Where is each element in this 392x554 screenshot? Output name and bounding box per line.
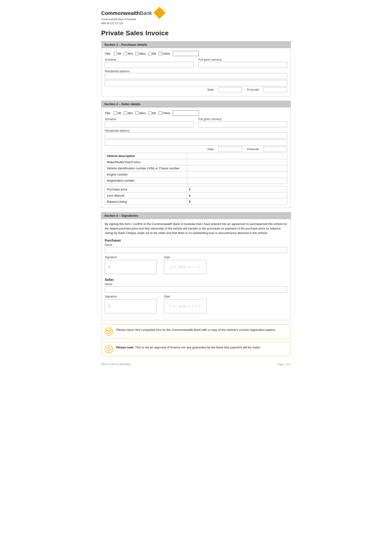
seller-sig-placeholder: X [107,303,111,309]
seller-sig-col: Signature X [105,295,157,313]
section1-postcode-input[interactable] [264,87,287,92]
section2-body: Title Mr Mrs Miss Ms Other [101,108,291,208]
vehicle-row-3: Registration number [105,178,287,184]
checkbox-miss-box-s2[interactable] [135,111,139,115]
section1-postcode-label: Postcode [247,88,259,91]
purchaser-date-box[interactable]: D D / M M / Y Y Y Y [164,260,207,274]
section2-state-label: State [207,148,214,151]
checkbox-mr-s1[interactable]: Mr [114,52,121,55]
section1-fullname-input[interactable] [198,62,287,68]
checkbox-mrs-label-s2: Mrs [128,111,133,115]
purchaser-sig-box[interactable]: X [105,260,157,274]
purchaser-name-label: Name [105,243,287,247]
price-label-0: Purchase price [105,187,187,193]
checkbox-ms-s2[interactable]: Ms [148,111,156,115]
vehicle-input-1[interactable] [187,165,287,172]
checkbox-mrs-box-s2[interactable] [124,111,127,115]
notice1-icon [105,328,113,336]
section1-address-input2[interactable] [105,80,287,86]
checkbox-ms-s1[interactable]: Ms [148,52,156,55]
bank-sub1: Commonwealth Bank of Australia [101,18,164,21]
section1-address-label: Residential address [105,70,130,73]
price-prefix-0: $ [189,187,190,191]
checkbox-mr-box-s2[interactable] [114,111,117,115]
section1-address-row: Residential address State Postcode [105,69,287,92]
checkbox-mr-s2[interactable]: Mr [114,111,121,115]
checkbox-ms-box-s2[interactable] [148,111,151,115]
seller-date-box[interactable]: D D / M M / Y Y Y Y [164,299,207,313]
vehicle-label-1: Vehicle Identification number (VIN) or C… [105,165,187,172]
purchaser-title: Purchaser [105,238,287,242]
vehicle-input-0[interactable] [187,159,287,165]
price-label-1: Less deposit [105,193,187,199]
purchaser-name-input[interactable] [105,247,287,253]
checkbox-other-label-s2: Other [163,111,170,115]
section1-sp-row: State Postcode [105,87,287,92]
section2-fullname-input[interactable] [198,121,287,127]
seller-block: Seller Name Signature X Date D D / M M /… [105,278,287,313]
checkbox-mrs-s1[interactable]: Mrs [124,52,133,55]
purchaser-sig-placeholder: X [107,264,111,270]
section2-address-input1[interactable] [105,132,287,138]
section2-postcode-input[interactable] [264,147,287,152]
checkbox-miss-s2[interactable]: Miss [135,111,146,115]
checkbox-miss-box-s1[interactable] [135,52,139,55]
price-value-1[interactable]: $ [187,193,287,199]
checkbox-other-box-s2[interactable] [159,111,162,115]
section2-surname-group: Surname [105,118,194,127]
checkbox-other-box-s1[interactable] [159,52,162,55]
section1-title-label: Title [105,52,111,55]
section1-surname-group: Surname [105,58,194,68]
vehicle-label-2: Engine number [105,172,187,178]
purchaser-date-label: Date [164,256,207,259]
notice2-text: Please note: This is not an approval of … [116,345,261,350]
section2-title-row: Title Mr Mrs Miss Ms Other [105,110,287,116]
checkbox-mr-label-s1: Mr [118,52,121,55]
checkbox-other-label-s1: Other [163,52,170,55]
vehicle-header-row: Vehicle description [105,153,287,159]
section1-address-input1[interactable] [105,73,287,79]
section1-header: Section 1 – Purchaser details [101,42,291,48]
seller-name-label: Name [105,283,287,286]
checkbox-mrs-s2[interactable]: Mrs [124,111,133,115]
checkbox-miss-s1[interactable]: Miss [135,52,146,55]
checkbox-ms-box-s1[interactable] [148,52,151,55]
vehicle-input-3[interactable] [187,178,287,184]
bank-sub2: ABN 48 123 123 124 [101,22,164,25]
checkbox-other-s1[interactable]: Other [159,52,170,55]
checkbox-other-s2[interactable]: Other [159,111,170,115]
other-input-s1[interactable] [173,51,199,56]
section2-surname-input[interactable] [105,121,194,127]
seller-sig-box[interactable]: X [105,299,157,313]
section2-address-row: Residential address State Postcode [105,129,287,152]
section1-surname-input[interactable] [105,62,194,68]
price-value-0[interactable]: $ [187,187,287,193]
section2-postcode-label: Postcode [247,148,259,151]
notice2-bold: Please note: [116,346,134,349]
price-value-2[interactable]: $ [187,199,287,205]
section1-name-row: Surname Full given name(s) [105,58,287,68]
page-footer: BR373 190711 (004-886) Page 1 of 1 [101,361,291,366]
footer-left: BR373 190711 (004-886) [101,363,131,366]
page-title: Private Sales Invoice [101,29,291,37]
logo-text: CommonwealthBank [101,10,152,16]
vehicle-label-0: Make/Model/Year/Colour [105,159,187,165]
vehicle-input-2[interactable] [187,172,287,178]
seller-sig-label: Signature [105,295,157,298]
checkbox-miss-label-s1: Miss [139,52,146,55]
section2-address-input2[interactable] [105,139,287,146]
purchaser-sig-row: Signature X Date D D / M M / Y Y Y Y [105,256,287,274]
other-input-s2[interactable] [173,110,199,116]
section2-state-input[interactable] [218,147,242,152]
checkbox-mrs-box-s1[interactable] [124,52,127,55]
price-row-2: Balance owing $ [105,199,287,205]
vehicle-row-1: Vehicle Identification number (VIN) or C… [105,165,287,172]
section2-sp-row: State Postcode [105,147,287,152]
section1-state-input[interactable] [218,87,242,92]
vehicle-header-value [187,153,287,159]
section2-title-label: Title [105,111,111,115]
seller-name-input[interactable] [105,286,287,292]
price-table: Purchase price $ Less deposit $ Balance … [105,186,287,205]
purchaser-sig-label: Signature [105,256,157,259]
checkbox-mr-box-s1[interactable] [114,52,117,55]
